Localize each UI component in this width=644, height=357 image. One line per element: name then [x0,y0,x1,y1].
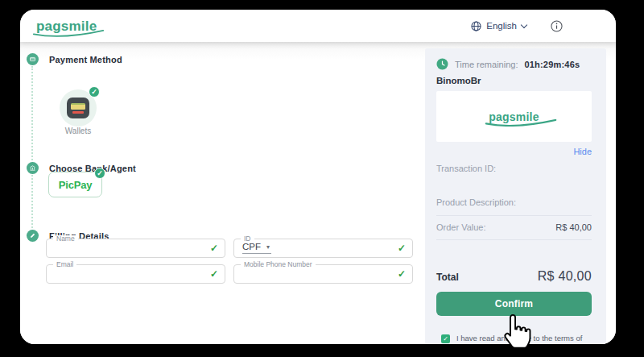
order-value: R$ 40,00 [555,222,592,232]
info-icon [551,20,563,32]
time-remaining-value: 01h:29m:46s [524,60,580,69]
wallet-glyph [67,98,89,118]
card-icon [29,56,36,63]
total-value: R$ 40,00 [538,269,592,284]
name-input[interactable] [53,241,204,255]
step-connector-line [31,66,33,237]
id-valid-check-icon: ✓ [398,243,406,254]
wallets-option[interactable]: ✓ [60,89,97,127]
transaction-id-label: Transaction ID: [436,164,592,173]
header: pagsmile English [20,10,616,42]
picpay-option[interactable]: PicPay ✓ [48,172,102,197]
picpay-logo: PicPay [59,179,92,191]
logo-swoosh-small [485,119,557,127]
hide-link[interactable]: Hide [573,147,592,156]
clock-icon [436,58,448,70]
order-value-label: Order Value: [436,222,486,232]
total-label: Total [436,272,459,283]
edit-step-icon [27,230,39,242]
time-remaining-row: Time remaining: 01h:29m:46s [436,58,592,70]
id-type-select[interactable]: CPF ▾ [242,242,271,254]
header-controls: English [471,20,563,32]
bank-icon [29,164,36,172]
checkout-card: pagsmile English [20,10,616,344]
id-field[interactable]: ID CPF ▾ ✓ [233,239,413,258]
name-valid-check-icon: ✓ [210,243,218,254]
wallets-selected-check-icon: ✓ [89,86,100,98]
select-arrow-icon: ▾ [266,243,270,251]
pagsmile-logo-small: pagsmile [489,111,539,122]
step-title: Payment Method [49,55,122,64]
phone-field[interactable]: Mobile Phone Number ✓ [233,264,413,284]
name-field[interactable]: Name ✓ [46,239,225,258]
merchant-name: BinomoBr [436,76,592,85]
wallet-card-stripe [71,103,85,110]
steps-pane: Payment Method ✓ Wallets [20,42,425,344]
details-form: Name ✓ ID CPF ▾ ✓ Email [46,239,413,284]
email-field[interactable]: Email ✓ [46,264,225,284]
total-row: Total R$ 40,00 [436,269,592,284]
wallet-red-stripe [72,111,84,114]
content-area: Payment Method ✓ Wallets [20,42,616,344]
confirm-button[interactable]: Confirm [436,292,592,316]
globe-icon [471,21,481,31]
info-button[interactable] [551,20,563,32]
pencil-icon [29,232,36,239]
email-valid-check-icon: ✓ [210,268,218,280]
phone-input[interactable] [241,267,391,281]
hide-row: Hide [436,147,592,156]
time-remaining-label: Time remaining: [455,60,518,69]
wallets-label: Wallets [60,127,97,135]
order-value-row: Order Value: R$ 40,00 [436,222,592,240]
step-payment-method: Payment Method [27,53,122,65]
terms-checkbox[interactable]: ✓ [441,334,450,343]
picpay-selected-check-icon: ✓ [94,168,105,179]
page-background: pagsmile English [0,0,644,357]
id-type-value: CPF [242,242,261,251]
phone-valid-check-icon: ✓ [398,268,406,280]
merchant-logo-box: pagsmile [436,91,592,142]
chevron-down-icon [521,21,527,27]
product-description-label: Product Description: [436,197,592,216]
bank-step-icon [27,162,39,174]
language-label: English [486,21,517,31]
pagsmile-logo: pagsmile [36,19,97,33]
language-selector[interactable]: English [471,21,526,31]
email-input[interactable] [53,267,204,281]
order-summary-panel: Time remaining: 01h:29m:46s BinomoBr pag… [425,48,606,344]
logo-swoosh [32,30,105,37]
payment-method-step-icon [27,53,39,65]
terms-row: ✓ I have read and agree to the terms of … [436,334,592,344]
terms-text: I have read and agree to the terms of us… [456,334,592,344]
